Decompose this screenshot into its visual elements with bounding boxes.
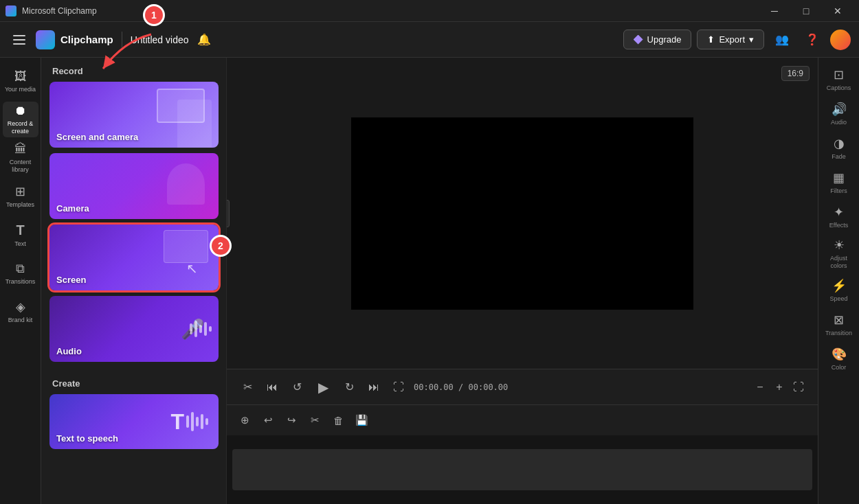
export-button[interactable]: ⬆ Export ▾ — [697, 30, 764, 49]
record-create-icon: ⏺ — [14, 104, 27, 118]
close-button[interactable]: ✕ — [822, 0, 854, 22]
sidebar-label-content-library: Contentlibrary — [10, 159, 32, 174]
filters-tool[interactable]: ▦ Filters — [821, 166, 857, 199]
rewind-button[interactable]: ↺ — [287, 378, 306, 397]
bell-icon[interactable]: 🔔 — [197, 33, 211, 46]
wave-bar-3 — [199, 325, 202, 333]
magnet-tool-button[interactable]: ⊕ — [235, 411, 254, 430]
time-current: 00:00.00 — [414, 382, 454, 392]
hamburger-line-3 — [13, 43, 25, 45]
people-icon-button[interactable]: 👥 — [770, 27, 794, 52]
skip-start-button[interactable]: ⏮ — [263, 378, 282, 397]
export-label: Export — [719, 34, 745, 45]
sidebar-label-brand-kit: Brand kit — [8, 317, 33, 324]
sidebar-label-transitions: Transitions — [5, 278, 36, 286]
sidebar-item-text[interactable]: T Text — [3, 217, 38, 253]
app-body: 🖼 Your media ⏺ Record &create 🏛 Contentl… — [0, 58, 859, 504]
fade-icon: ◑ — [834, 136, 845, 151]
project-title[interactable]: Untitled video — [131, 34, 189, 45]
color-tool[interactable]: 🎨 Color — [821, 343, 857, 376]
card-grid: Screen and camera Camera ↖ Screen 🎤 — [41, 82, 226, 362]
person-deco — [177, 100, 212, 148]
zoom-in-button[interactable]: + — [771, 379, 788, 396]
main-content: 16:9 ‹ ✂ ⏮ ↺ ▶ ↻ ⏭ ⛶ 00:00.00 / 00:00.00… — [227, 58, 818, 504]
create-card-grid: T Text to speech — [41, 394, 226, 460]
sidebar-label-text: Text — [14, 240, 26, 248]
sidebar-item-your-media[interactable]: 🖼 Your media — [3, 63, 38, 99]
fade-tool[interactable]: ◑ Fade — [821, 132, 857, 165]
upgrade-button[interactable]: Upgrade — [623, 30, 692, 49]
undo-button[interactable]: ↩ — [258, 411, 278, 430]
tts-wave-1 — [186, 415, 189, 428]
effects-tool[interactable]: ✦ Effects — [821, 201, 857, 233]
screen-card[interactable]: ↖ Screen — [49, 225, 219, 290]
fullscreen-button[interactable]: ⛶ — [389, 378, 408, 397]
screen-camera-card[interactable]: Screen and camera — [49, 82, 219, 148]
text-to-speech-card[interactable]: T Text to speech — [49, 394, 219, 449]
cut-button[interactable]: ✂ — [305, 411, 324, 430]
fast-forward-button[interactable]: ↻ — [339, 378, 359, 397]
diamond-icon — [634, 35, 643, 45]
redo-button[interactable]: ↪ — [282, 411, 301, 430]
sidebar-item-templates[interactable]: ⊞ Templates — [3, 179, 38, 214]
timeline[interactable] — [227, 435, 818, 504]
titlebar: Microsoft Clipchamp ─ □ ✕ — [0, 0, 859, 22]
tts-wave-3 — [196, 417, 199, 426]
help-button[interactable]: ❓ — [800, 27, 825, 52]
maximize-button[interactable]: □ — [790, 0, 822, 22]
audio-label: Audio — [56, 346, 82, 356]
wave-bar-4 — [204, 322, 207, 336]
logo-icon — [36, 30, 55, 49]
create-section-title: Create — [41, 370, 226, 394]
fade-label: Fade — [832, 153, 846, 161]
time-total: 00:00.00 — [468, 382, 508, 392]
record-create-panel: Record Screen and camera Camera ↖ Screen — [41, 58, 227, 504]
captions-tool[interactable]: ⊡ Captions — [821, 63, 857, 96]
sidebar-label-templates: Templates — [6, 201, 34, 209]
right-panel: ⊡ Captions 🔊 Audio ◑ Fade ▦ Filters ✦ Ef… — [818, 58, 859, 504]
skip-end-button[interactable]: ⏭ — [364, 378, 383, 397]
transition-icon: ⊠ — [834, 312, 844, 328]
upgrade-label: Upgrade — [647, 34, 682, 45]
app-icon — [5, 5, 16, 16]
collapse-panel-button[interactable]: ‹ — [227, 200, 230, 227]
audio-tool[interactable]: 🔊 Audio — [821, 98, 857, 130]
audio-card[interactable]: 🎤 Audio — [49, 296, 219, 362]
speed-tool[interactable]: ⚡ Speed — [821, 274, 857, 307]
save-button[interactable]: 💾 — [352, 411, 371, 430]
aspect-ratio-badge[interactable]: 16:9 — [781, 66, 810, 81]
logo-area: Clipchamp — [36, 30, 113, 49]
sidebar-item-transitions[interactable]: ⧉ Transitions — [3, 255, 38, 291]
playback-bar: ✂ ⏮ ↺ ▶ ↻ ⏭ ⛶ 00:00.00 / 00:00.00 − + ⛶ — [227, 369, 818, 405]
zoom-out-button[interactable]: − — [752, 379, 768, 396]
wave-bar-2 — [194, 321, 197, 337]
play-button[interactable]: ▶ — [312, 376, 334, 398]
transition-tool[interactable]: ⊠ Transition — [821, 308, 857, 341]
minimize-button[interactable]: ─ — [759, 0, 790, 22]
time-separator: / — [458, 382, 468, 392]
sidebar-item-brand-kit[interactable]: ◈ Brand kit — [3, 294, 38, 330]
zoom-fit-button[interactable]: ⛶ — [790, 379, 807, 396]
cursor-icon: ↖ — [186, 260, 198, 277]
sidebar-item-content-library[interactable]: 🏛 Contentlibrary — [3, 140, 38, 176]
audio-tool-label: Audio — [831, 119, 847, 126]
color-icon: 🎨 — [832, 347, 847, 362]
filters-icon: ▦ — [833, 170, 845, 185]
hamburger-line-2 — [13, 39, 25, 41]
delete-button[interactable]: 🗑 — [328, 411, 348, 430]
sidebar-item-record-create[interactable]: ⏺ Record &create — [3, 102, 38, 137]
t-letter-icon: T — [170, 409, 184, 435]
crop-icon[interactable]: ✂ — [238, 378, 257, 397]
tts-wave-deco — [186, 412, 208, 431]
user-avatar[interactable] — [830, 30, 851, 50]
hamburger-menu-button[interactable] — [8, 29, 30, 51]
person-silhouette — [167, 163, 205, 205]
titlebar-left: Microsoft Clipchamp — [5, 5, 97, 16]
tts-wave-2 — [191, 412, 194, 431]
timeline-toolbar: ⊕ ↩ ↪ ✂ 🗑 💾 — [227, 405, 818, 435]
sidebar-label-record-create: Record &create — [8, 120, 34, 135]
adjust-colors-tool[interactable]: ☀ Adjustcolors — [821, 235, 857, 273]
effects-label: Effects — [829, 222, 848, 229]
camera-card[interactable]: Camera — [49, 153, 219, 219]
brand-kit-icon: ◈ — [16, 299, 25, 314]
